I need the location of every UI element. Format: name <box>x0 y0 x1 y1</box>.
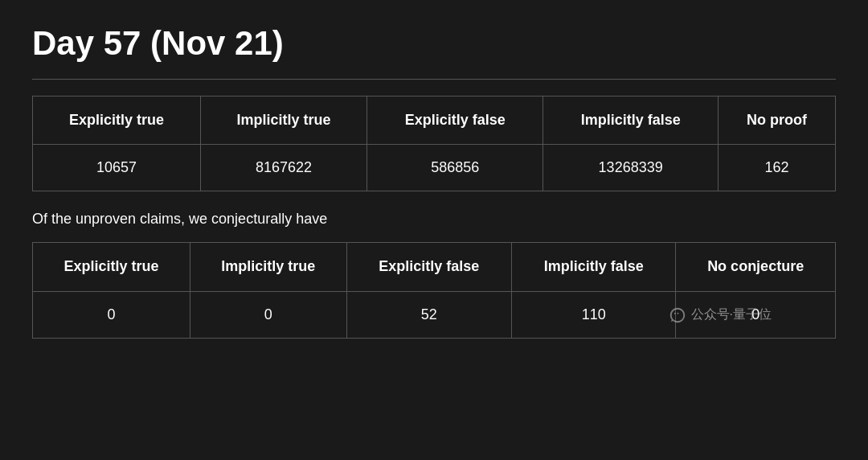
table2-col5-header: No conjecture <box>676 243 836 291</box>
table1-cell-1-3: 586856 <box>367 145 543 191</box>
table1-header-row: Explicitly true Implicitly true Explicit… <box>33 97 836 145</box>
page-title: Day 57 (Nov 21) <box>32 24 836 63</box>
watermark-overlay: 公众号·量子位 <box>669 306 772 324</box>
section-label: Of the unproven claims, we conjecturally… <box>32 211 836 228</box>
table2-header-row: Explicitly true Implicitly true Explicit… <box>33 243 836 291</box>
table2-col2-header: Implicitly true <box>190 243 346 291</box>
table1-cell-1-5: 162 <box>718 145 835 191</box>
table1-data-row: 10657 8167622 586856 13268339 162 <box>33 145 836 191</box>
table1-container: Explicitly true Implicitly true Explicit… <box>32 96 836 191</box>
table1-cell-1-1: 10657 <box>33 145 201 191</box>
table2-col1-header: Explicitly true <box>33 243 190 291</box>
table1-cell-1-4: 13268339 <box>543 145 719 191</box>
table2: Explicitly true Implicitly true Explicit… <box>32 242 836 338</box>
table2-cell-1-4: 110 <box>512 291 676 338</box>
table1-col2-header: Implicitly true <box>200 97 366 145</box>
table2-container: Explicitly true Implicitly true Explicit… <box>32 242 836 338</box>
table2-col4-header: Implicitly false <box>512 243 676 291</box>
divider <box>32 79 836 80</box>
table2-col3-header: Explicitly false <box>346 243 512 291</box>
watermark-text: 公众号·量子位 <box>691 306 772 323</box>
table2-cell-1-3: 52 <box>346 291 512 338</box>
table1-col1-header: Explicitly true <box>33 97 201 145</box>
wechat-icon <box>669 306 686 324</box>
table1-col5-header: No proof <box>718 97 835 145</box>
table2-cell-1-2: 0 <box>190 291 346 338</box>
table1-col4-header: Implicitly false <box>543 97 719 145</box>
table1: Explicitly true Implicitly true Explicit… <box>32 96 836 191</box>
table1-cell-1-2: 8167622 <box>200 145 366 191</box>
table1-col3-header: Explicitly false <box>367 97 543 145</box>
table2-cell-1-1: 0 <box>33 291 190 338</box>
